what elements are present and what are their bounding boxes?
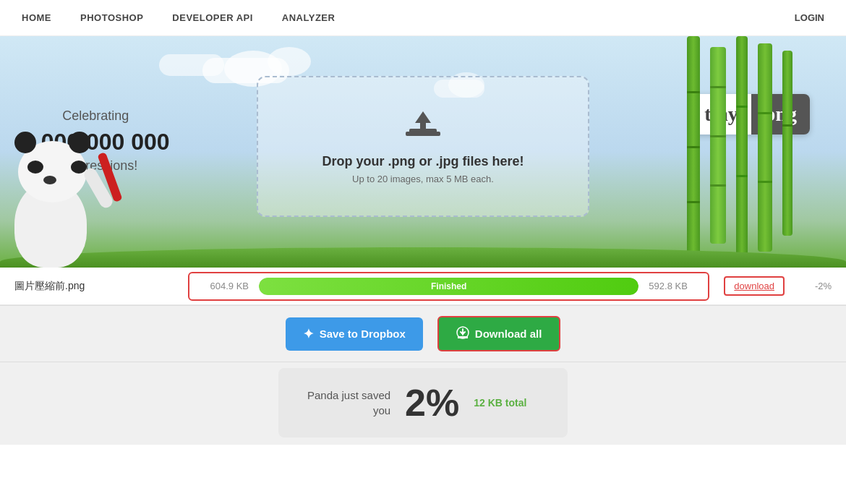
file-size-after: 592.8 KB [649, 281, 699, 291]
nav-home[interactable]: HOME [22, 12, 51, 23]
progress-bar-wrap: Finished [259, 278, 638, 295]
action-area: ✦ Save to Dropbox Download all [0, 306, 846, 362]
savings-box: Panda just saved you 2% 12 KB total [278, 368, 568, 437]
nav-developer-api[interactable]: DEVELOPER API [172, 12, 252, 23]
progress-container: 604.9 KB Finished 592.8 KB [188, 272, 709, 301]
cloud-4 [159, 54, 224, 76]
cloud-3 [268, 47, 311, 76]
savings-percent: -2% [799, 281, 832, 291]
nav-items: HOME PHOTOSHOP DEVELOPER API ANALYZER [22, 12, 795, 23]
dropzone[interactable]: Drop your .png or .jpg files here! Up to… [257, 76, 589, 217]
nav-login[interactable]: LOGIN [795, 12, 824, 23]
savings-line2: you [373, 404, 390, 417]
dropzone-title: Drop your .png or .jpg files here! [322, 154, 524, 169]
navigation: HOME PHOTOSHOP DEVELOPER API ANALYZER LO… [0, 0, 846, 36]
download-link[interactable]: download [724, 276, 785, 296]
savings-total: 12 KB total [474, 397, 526, 409]
download-all-icon [456, 326, 469, 341]
nav-photoshop[interactable]: PHOTOSHOP [80, 12, 143, 23]
upload-icon [403, 108, 443, 144]
dropbox-icon: ✦ [303, 326, 314, 342]
download-all-label: Download all [475, 328, 542, 340]
file-name: 圖片壓縮前.png [14, 280, 174, 293]
nav-analyzer[interactable]: ANALYZER [282, 12, 336, 23]
savings-summary-area: Panda just saved you 2% 12 KB total [0, 362, 846, 445]
download-all-button[interactable]: Download all [437, 316, 561, 351]
savings-line1: Panda just saved [307, 389, 390, 401]
bamboo-stalk-2 [710, 47, 726, 244]
savings-text: Panda just saved you [307, 388, 390, 418]
celebrating-line1: Celebrating [22, 108, 170, 124]
hero-section: Celebrating 1 000 000 000 compressions! … [0, 36, 846, 268]
bamboo-stalk-4 [758, 43, 772, 252]
bamboo-stalk-1 [687, 36, 700, 256]
bamboo-stalk-5 [782, 51, 792, 236]
svg-marker-2 [415, 111, 431, 129]
progress-label: Finished [431, 281, 466, 291]
file-row: 圖片壓縮前.png 604.9 KB Finished 592.8 KB dow… [0, 268, 846, 305]
dropzone-subtitle: Up to 20 images, max 5 MB each. [352, 174, 494, 184]
progress-bar-fill: Finished [259, 278, 638, 295]
svg-rect-1 [406, 132, 440, 136]
savings-percent-big: 2% [405, 381, 459, 424]
bamboo-decoration [687, 36, 846, 268]
panda-decoration [0, 123, 137, 268]
file-list-area: 圖片壓縮前.png 604.9 KB Finished 592.8 KB dow… [0, 268, 846, 306]
save-to-dropbox-button[interactable]: ✦ Save to Dropbox [286, 317, 423, 351]
file-size-before: 604.9 KB [198, 281, 249, 291]
bamboo-stalk-3 [736, 36, 748, 268]
dropbox-button-label: Save to Dropbox [320, 328, 406, 340]
